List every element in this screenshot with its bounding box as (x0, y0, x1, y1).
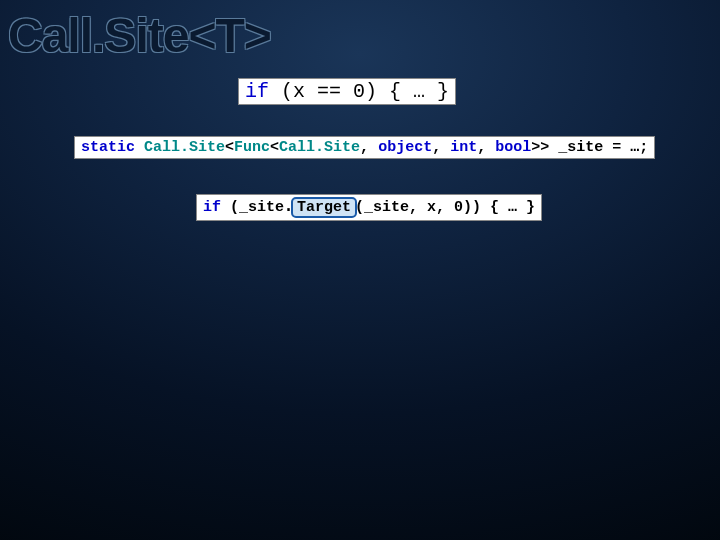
code-snippet-invoke: if (_site.Target(_site, x, 0)) { … } (196, 194, 542, 221)
keyword-if: if (245, 80, 269, 103)
comma: , (432, 139, 450, 156)
type-callsite-inner: Call.Site (279, 139, 360, 156)
keyword-object: object (378, 139, 432, 156)
keyword-int: int (450, 139, 477, 156)
type-callsite: Call.Site (144, 139, 225, 156)
code-snippet-declaration: static Call.Site<Func<Call.Site, object,… (74, 136, 655, 159)
code-text: (_site (221, 199, 284, 216)
keyword-static: static (81, 139, 135, 156)
angle-open: < (225, 139, 234, 156)
highlight-target: Target (291, 197, 357, 218)
comma: , (360, 139, 378, 156)
code-text: _site = …; (549, 139, 648, 156)
code-snippet-if: if (x == 0) { … } (238, 78, 456, 105)
angle-open: < (270, 139, 279, 156)
code-text: _site, x, 0)) { … } (364, 199, 535, 216)
slide-title: Call.Site<T> (8, 8, 271, 63)
code-text: (x == 0) { … } (269, 80, 449, 103)
open-paren: ( (355, 199, 364, 216)
space (135, 139, 144, 156)
type-func: Func (234, 139, 270, 156)
keyword-bool: bool (495, 139, 531, 156)
angle-close: >> (531, 139, 549, 156)
keyword-if: if (203, 199, 221, 216)
comma: , (477, 139, 495, 156)
